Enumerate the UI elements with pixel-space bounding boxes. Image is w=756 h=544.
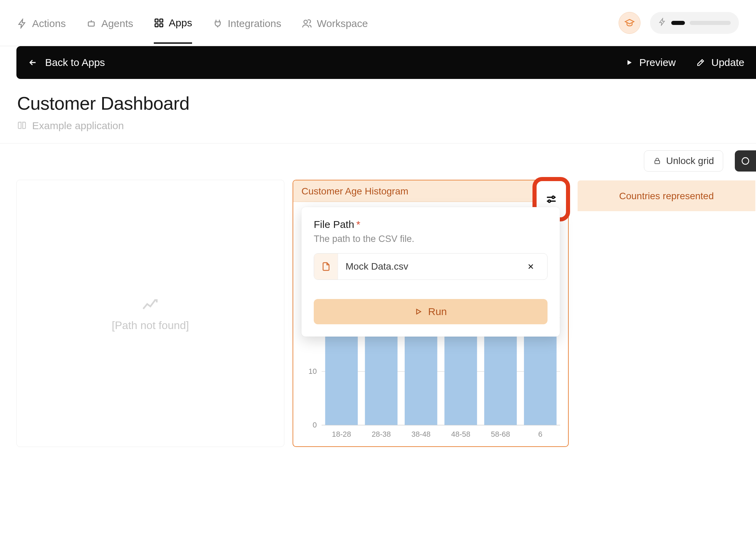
field-label: File Path*	[314, 219, 548, 230]
svg-point-9	[548, 200, 551, 202]
nav-agents[interactable]: Agents	[86, 3, 133, 43]
run-label: Run	[428, 306, 447, 317]
nav-actions[interactable]: Actions	[17, 3, 66, 43]
page-title: Customer Dashboard	[17, 93, 739, 114]
back-to-apps[interactable]: Back to Apps	[28, 57, 105, 68]
required-mark: *	[356, 219, 360, 230]
svg-rect-4	[160, 24, 163, 27]
svg-text:48-58: 48-58	[451, 430, 470, 438]
svg-point-8	[552, 196, 554, 199]
usage-pill[interactable]	[650, 12, 739, 34]
lock-icon	[653, 157, 661, 165]
chart-placeholder-icon	[141, 295, 160, 314]
play-icon	[625, 58, 633, 67]
svg-rect-3	[155, 24, 158, 27]
unlock-grid-button[interactable]: Unlock grid	[644, 150, 723, 172]
nav-label: Integrations	[228, 18, 281, 29]
update-button[interactable]: Update	[696, 57, 744, 68]
config-popover: File Path* The path to the CSV file. Moc…	[301, 207, 560, 337]
graduation-icon	[624, 18, 635, 28]
bolt-icon	[17, 18, 27, 29]
svg-text:58-68: 58-68	[491, 430, 510, 438]
plug-icon	[213, 18, 223, 29]
top-right	[619, 12, 739, 34]
tile-title: Countries represented	[619, 191, 714, 202]
nav-apps[interactable]: Apps	[154, 2, 192, 44]
svg-rect-6	[655, 161, 660, 164]
close-icon	[527, 262, 535, 271]
empty-message: [Path not found]	[112, 319, 189, 332]
page-heading: Customer Dashboard Example application	[0, 79, 756, 144]
sliders-icon[interactable]	[545, 193, 557, 205]
svg-rect-1	[155, 19, 158, 22]
back-label: Back to Apps	[45, 57, 105, 68]
nav-label: Actions	[32, 18, 66, 29]
usage-bar-filled	[671, 21, 685, 25]
preview-label: Preview	[639, 57, 676, 68]
nav-workspace[interactable]: Workspace	[302, 3, 368, 43]
preview-button[interactable]: Preview	[625, 57, 676, 68]
svg-text:6: 6	[538, 430, 542, 438]
app-bar: Back to Apps Preview Update	[16, 46, 756, 79]
arrow-left-icon	[28, 58, 38, 67]
nav-integrations[interactable]: Integrations	[213, 3, 281, 43]
tile-title: Customer Age Histogram	[301, 186, 408, 197]
svg-text:10: 10	[309, 367, 317, 376]
apps-icon	[154, 18, 164, 28]
unlock-label: Unlock grid	[666, 155, 714, 166]
tile-countries[interactable]: Countries represented	[577, 180, 756, 447]
svg-rect-0	[89, 22, 95, 26]
file-icon	[321, 261, 331, 272]
file-input[interactable]: Mock Data.csv	[314, 253, 548, 280]
svg-text:38-48: 38-48	[411, 430, 431, 438]
book-icon	[17, 121, 27, 131]
subtitle-text: Example application	[32, 120, 124, 132]
tile-histogram[interactable]: Customer Age Histogram 0102018-2828-3838…	[293, 180, 569, 447]
users-icon	[302, 18, 312, 29]
tile-header-countries: Countries represented	[578, 180, 755, 211]
svg-text:18-28: 18-28	[332, 430, 351, 438]
field-description: The path to the CSV file.	[314, 234, 548, 244]
canvas-toolbar: Unlock grid	[0, 144, 756, 172]
play-outline-icon	[414, 308, 422, 316]
top-nav: Actions Agents Apps Integrations Workspa…	[0, 0, 756, 46]
page-subtitle: Example application	[17, 120, 739, 132]
circle-icon	[741, 157, 750, 165]
bolt-icon	[658, 18, 666, 28]
file-name: Mock Data.csv	[338, 261, 527, 272]
robot-icon	[86, 18, 96, 29]
svg-point-5	[304, 20, 307, 24]
canvas: [Path not found] Customer Age Histogram …	[0, 172, 756, 447]
nav-label: Agents	[101, 18, 133, 29]
edit-icon	[696, 58, 705, 67]
toolbar-dark-button[interactable]	[735, 150, 756, 172]
field-label-text: File Path	[314, 219, 354, 230]
update-label: Update	[711, 57, 744, 68]
academy-badge[interactable]	[619, 12, 640, 34]
svg-point-7	[742, 158, 749, 164]
usage-bar-track	[690, 21, 731, 25]
run-button[interactable]: Run	[314, 299, 548, 324]
nav-label: Workspace	[317, 18, 368, 29]
tile-empty[interactable]: [Path not found]	[16, 180, 284, 447]
tile-header-histogram: Customer Age Histogram	[293, 180, 568, 202]
file-icon-box	[314, 254, 338, 280]
svg-rect-2	[160, 19, 163, 22]
nav-label: Apps	[169, 17, 192, 29]
file-clear-button[interactable]	[527, 262, 547, 271]
svg-text:0: 0	[313, 421, 317, 429]
svg-text:28-38: 28-38	[372, 430, 391, 438]
